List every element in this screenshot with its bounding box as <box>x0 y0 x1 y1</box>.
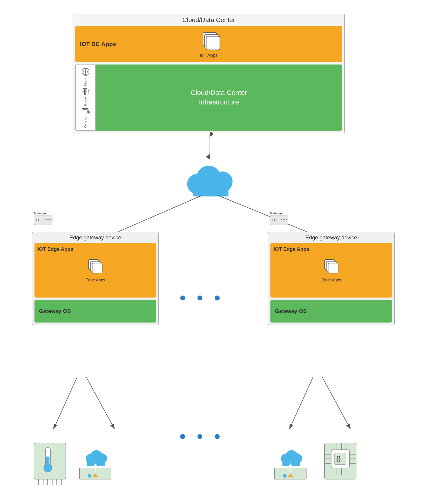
left-sensor-arrows <box>32 373 168 436</box>
right-chip-sensor: {} <box>322 441 358 487</box>
left-edge-gateway-box: Edge gateway device IOT Edge Apps Edge A… <box>32 232 159 325</box>
svg-point-37 <box>48 219 49 220</box>
svg-rect-43 <box>270 216 288 225</box>
left-cloud-sensor <box>77 441 113 487</box>
left-gateway-os-label: Gateway OS <box>39 308 71 314</box>
svg-line-54 <box>86 377 113 427</box>
svg-rect-82 <box>282 459 300 465</box>
svg-point-47 <box>281 219 282 220</box>
right-edge-gateway-title: Edge gateway device <box>270 234 392 241</box>
right-gateway-os-label: Gateway OS <box>275 308 307 314</box>
right-cloud-sensor <box>272 441 308 487</box>
right-edge-apps-text: Edge Apps <box>321 278 341 283</box>
diagram-container: Cloud/Data Center IOT DC Apps IoT Apps <box>14 9 424 495</box>
left-edge-apps-text: Edge Apps <box>85 278 105 283</box>
svg-rect-42 <box>328 263 338 273</box>
svg-rect-32 <box>34 216 52 225</box>
svg-point-49 <box>286 219 287 220</box>
right-edge-gateway-box: Edge gateway device IOT Edge Apps Edge A… <box>268 232 395 325</box>
right-gateway-device-icon: Gateway <box>268 211 299 230</box>
left-iot-edge-apps-box: IOT Edge Apps Edge Apps <box>35 243 156 297</box>
svg-rect-73 <box>87 459 105 465</box>
svg-point-48 <box>283 219 285 220</box>
svg-rect-31 <box>92 263 102 273</box>
left-edge-gateway-title: Edge gateway device <box>35 234 156 241</box>
left-gateway-device-icon: Gateway <box>32 211 63 230</box>
svg-line-57 <box>290 377 313 427</box>
svg-line-53 <box>54 377 77 427</box>
svg-text:Gateway: Gateway <box>34 211 47 215</box>
svg-line-58 <box>322 377 349 427</box>
svg-text:{}: {} <box>336 455 341 463</box>
right-gateway-os-box: Gateway OS <box>270 300 392 323</box>
svg-text:Gateway: Gateway <box>270 211 282 215</box>
right-iot-edge-apps-box: IOT Edge Apps Edge Apps <box>270 243 392 297</box>
svg-point-85 <box>283 474 287 478</box>
left-edge-apps-icon-group: Edge Apps <box>85 258 105 283</box>
right-iot-edge-apps-label: IOT Edge Apps <box>274 246 309 252</box>
left-temp-sensor <box>32 441 68 487</box>
right-sensor-arrows <box>268 373 404 436</box>
svg-rect-62 <box>46 456 49 468</box>
bottom-dots: ● ● ● <box>179 429 224 442</box>
svg-point-76 <box>88 474 91 478</box>
svg-point-36 <box>45 219 46 220</box>
svg-point-38 <box>50 219 51 220</box>
left-iot-edge-apps-label: IOT Edge Apps <box>38 246 73 252</box>
middle-dots: ● ● ● <box>179 291 224 304</box>
right-edge-apps-icon-group: Edge Apps <box>321 258 341 283</box>
left-gateway-os-box: Gateway OS <box>35 300 156 323</box>
